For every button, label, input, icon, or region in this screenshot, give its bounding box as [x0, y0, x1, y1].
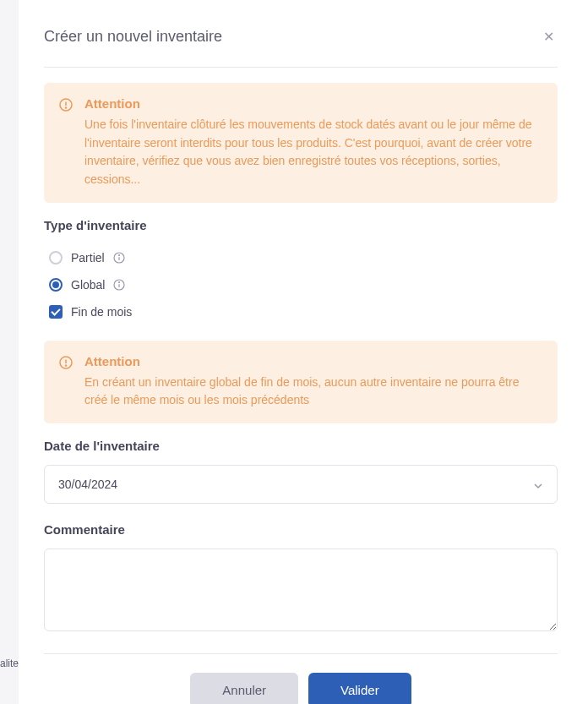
checkbox-end-of-month[interactable] [49, 305, 63, 319]
modal-header: Créer un nouvel inventaire ✕ [44, 25, 558, 68]
inventory-date-select[interactable]: 30/04/2024 [44, 465, 558, 504]
info-icon[interactable] [113, 252, 125, 264]
comment-textarea[interactable] [44, 548, 558, 631]
inventory-type-label: Type d'inventaire [44, 218, 558, 232]
comment-label: Commentaire [44, 522, 558, 537]
alert-title: Attention [84, 354, 542, 368]
radio-partial-label: Partiel [71, 251, 105, 265]
chevron-down-icon [533, 479, 543, 489]
radio-row-global[interactable]: Global [44, 271, 558, 298]
modal-footer: Annuler Valider [44, 673, 558, 704]
svg-point-11 [66, 365, 67, 366]
inventory-type-group: Partiel Global Fin de mo [44, 244, 558, 325]
svg-point-2 [66, 107, 67, 108]
inventory-date-value: 30/04/2024 [58, 478, 117, 491]
alert-text: En créant un inventaire global de fin de… [84, 374, 542, 410]
warning-icon [59, 356, 73, 369]
modal-title: Créer un nouvel inventaire [44, 28, 222, 46]
info-icon[interactable] [113, 279, 125, 291]
svg-point-8 [119, 281, 120, 282]
checkbox-row-end-of-month[interactable]: Fin de mois [44, 298, 558, 325]
warning-alert-closure: Attention Une fois l'inventaire clôturé … [44, 83, 558, 203]
close-icon: ✕ [543, 30, 554, 44]
warning-icon [59, 98, 73, 112]
radio-global[interactable] [49, 278, 63, 292]
radio-partial[interactable] [49, 251, 63, 265]
cancel-button[interactable]: Annuler [190, 673, 298, 704]
inventory-date-label: Date de l'inventaire [44, 439, 558, 453]
checkbox-end-of-month-label: Fin de mois [71, 305, 132, 319]
radio-row-partial[interactable]: Partiel [44, 244, 558, 271]
background-strip [0, 0, 19, 704]
close-button[interactable]: ✕ [540, 25, 558, 48]
alert-body: Attention Une fois l'inventaire clôturé … [84, 96, 542, 189]
svg-point-5 [118, 254, 119, 255]
warning-alert-end-of-month: Attention En créant un inventaire global… [44, 341, 558, 423]
create-inventory-modal: Créer un nouvel inventaire ✕ Attention U… [19, 0, 588, 704]
alert-body: Attention En créant un inventaire global… [84, 354, 542, 410]
alert-title: Attention [84, 96, 542, 111]
background-text: alite [0, 658, 19, 669]
footer-divider [44, 653, 558, 654]
radio-global-label: Global [71, 278, 105, 292]
alert-text: Une fois l'inventaire clôturé les mouvem… [84, 116, 542, 189]
submit-button[interactable]: Valider [308, 673, 411, 704]
